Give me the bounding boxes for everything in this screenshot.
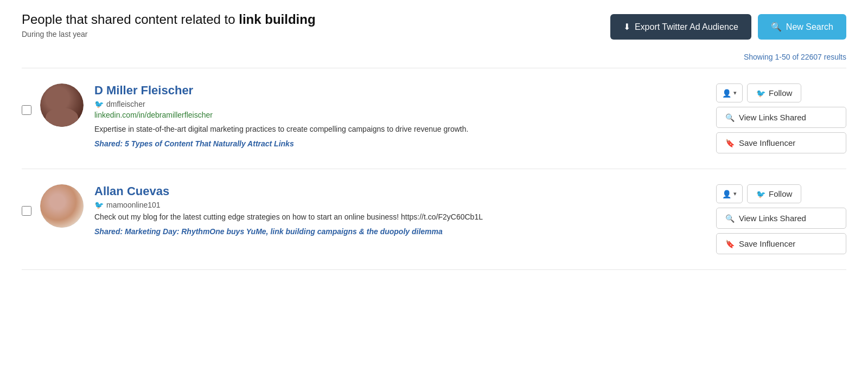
page-subtitle: During the last year xyxy=(22,30,316,38)
page-title: People that shared content related to li… xyxy=(22,11,316,28)
search-links-icon: 🔍 xyxy=(725,113,735,122)
avatar-1 xyxy=(40,83,84,127)
twitter-follow-icon: 🐦 xyxy=(756,89,765,98)
shared-item-1: Shared: 5 Types of Content That Naturall… xyxy=(94,139,694,148)
bookmark-icon: 🔖 xyxy=(725,139,735,147)
title-prefix: People that shared content related to xyxy=(22,12,239,27)
header-left: People that shared content related to li… xyxy=(22,11,316,38)
results-count: Showing 1-50 of 22607 results xyxy=(22,48,846,68)
header-actions: ⬇ Export Twitter Ad Audience 🔍 New Searc… xyxy=(610,14,846,40)
twitter-icon: 🐦 xyxy=(94,100,104,108)
search-icon: 🔍 xyxy=(771,22,782,32)
follow-button-1[interactable]: 🐦 Follow xyxy=(747,83,801,102)
follow-label-1: Follow xyxy=(769,88,792,98)
title-keyword: link building xyxy=(239,12,315,27)
search-links-icon-2: 🔍 xyxy=(725,214,735,223)
person-card: D Miller Fleischer 🐦 dmfleischer linkedi… xyxy=(22,68,846,169)
twitter-handle-2: 🐦 mamoonline101 xyxy=(94,201,694,209)
view-links-button-2[interactable]: 🔍 View Links Shared xyxy=(716,208,846,229)
user-icon-2: 👤 xyxy=(722,190,731,198)
card-checkbox-1[interactable] xyxy=(22,105,31,117)
save-influencer-button-2[interactable]: 🔖 Save Influencer xyxy=(716,233,846,254)
user-icon: 👤 xyxy=(722,89,731,98)
export-btn-label: Export Twitter Ad Audience xyxy=(635,22,738,32)
person-card-2: Allan Cuevas 🐦 mamoonline101 Check out m… xyxy=(22,169,846,270)
card-content-2: Allan Cuevas 🐦 mamoonline101 Check out m… xyxy=(94,184,694,236)
save-influencer-label-2: Save Influencer xyxy=(739,239,795,248)
follow-label-2: Follow xyxy=(769,189,792,198)
export-twitter-audience-button[interactable]: ⬇ Export Twitter Ad Audience xyxy=(610,14,751,40)
twitter-handle-text: dmfleischer xyxy=(106,100,145,108)
bio-2: Check out my blog for the latest cutting… xyxy=(94,211,539,223)
chevron-down-icon-2: ▾ xyxy=(733,190,737,197)
view-links-label-2: View Links Shared xyxy=(739,214,806,223)
twitter-follow-icon-2: 🐦 xyxy=(756,190,765,198)
new-search-button[interactable]: 🔍 New Search xyxy=(758,14,846,40)
bio-1: Expertise in state-of-the-art digital ma… xyxy=(94,124,539,135)
save-influencer-button-1[interactable]: 🔖 Save Influencer xyxy=(716,132,846,153)
follow-dropdown-button-1[interactable]: 👤 ▾ xyxy=(716,83,743,102)
shared-item-2: Shared: Marketing Day: RhythmOne buys Yu… xyxy=(94,227,694,236)
select-person-checkbox[interactable] xyxy=(22,105,31,115)
avatar-image-1 xyxy=(40,83,84,127)
new-search-btn-label: New Search xyxy=(786,22,833,32)
select-person-checkbox-2[interactable] xyxy=(22,206,31,216)
card-actions-2: 👤 ▾ 🐦 Follow 🔍 View Links Shared 🔖 Save … xyxy=(716,184,846,254)
follow-dropdown-button-2[interactable]: 👤 ▾ xyxy=(716,184,743,203)
page-header: People that shared content related to li… xyxy=(22,11,846,48)
person-name-2[interactable]: Allan Cuevas xyxy=(94,184,694,198)
view-links-label-1: View Links Shared xyxy=(739,113,806,122)
card-checkbox-2[interactable] xyxy=(22,206,31,217)
view-links-button-1[interactable]: 🔍 View Links Shared xyxy=(716,107,846,128)
card-actions-1: 👤 ▾ 🐦 Follow 🔍 View Links Shared 🔖 Save … xyxy=(716,83,846,153)
follow-button-2[interactable]: 🐦 Follow xyxy=(747,184,801,203)
save-influencer-label-1: Save Influencer xyxy=(739,138,795,147)
avatar-image-2 xyxy=(40,184,84,228)
export-icon: ⬇ xyxy=(623,22,630,32)
linkedin-link-1[interactable]: linkedin.com/in/debramillerfleischer xyxy=(94,111,694,119)
card-content-1: D Miller Fleischer 🐦 dmfleischer linkedi… xyxy=(94,83,694,148)
twitter-icon-2: 🐦 xyxy=(94,201,104,209)
person-name-1[interactable]: D Miller Fleischer xyxy=(94,83,694,98)
chevron-down-icon: ▾ xyxy=(733,89,737,96)
action-row-top-2: 👤 ▾ 🐦 Follow xyxy=(716,184,846,203)
avatar-2 xyxy=(40,184,84,228)
twitter-handle-text-2: mamoonline101 xyxy=(106,201,161,209)
twitter-handle-1: 🐦 dmfleischer xyxy=(94,100,694,108)
bookmark-icon-2: 🔖 xyxy=(725,240,735,248)
action-row-top-1: 👤 ▾ 🐦 Follow xyxy=(716,83,846,102)
